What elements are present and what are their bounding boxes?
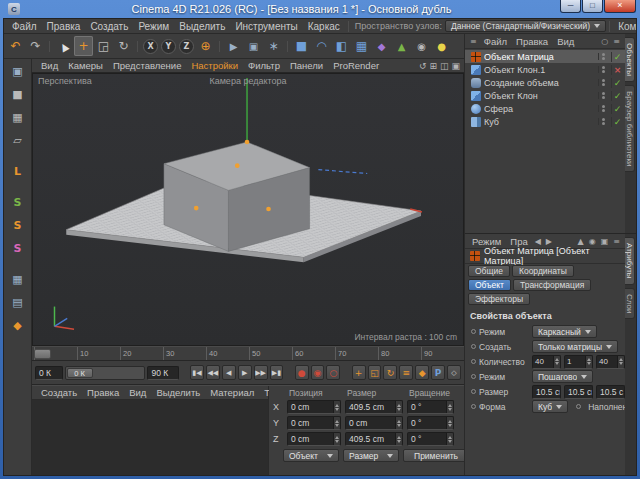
rot-h-field[interactable]: 0 °	[407, 400, 454, 414]
prev-key-button[interactable]: ◀◀	[206, 365, 220, 380]
pos-x-field[interactable]: 0 cm	[287, 400, 341, 414]
menu-edit[interactable]: Правка	[42, 19, 86, 33]
disabled-cross-icon[interactable]: ×	[611, 65, 623, 75]
z-axis-lock-button[interactable]: Z	[179, 39, 194, 54]
count-z-field[interactable]: 40	[596, 355, 625, 369]
enable-axis-icon[interactable]: L	[7, 161, 29, 182]
spinner[interactable]	[333, 401, 340, 413]
tab-attributes[interactable]: Атрибуты	[625, 237, 635, 285]
anim-toggle-icon[interactable]	[471, 374, 476, 379]
tab-coordinates[interactable]: Координаты	[512, 265, 574, 277]
enabled-check-icon[interactable]: ✓	[611, 104, 623, 114]
tab-content-browser[interactable]: Браузер библиотеки	[625, 85, 635, 172]
timeline-ruler[interactable]: 0 10 20 30 40 50 60 70 80 90	[32, 346, 464, 361]
maximize-button[interactable]: □	[582, 0, 603, 13]
coord-system-icon[interactable]: ⊕	[196, 36, 215, 56]
vp-menu-filter[interactable]: Фильтр	[243, 59, 285, 72]
goto-end-button[interactable]: ▶▮	[270, 365, 284, 380]
menu-create[interactable]: Создать	[85, 19, 133, 33]
layout-grid-icon[interactable]: ▤	[7, 292, 29, 313]
undo-icon[interactable]: ↶	[6, 36, 25, 56]
coord-mode-select[interactable]: Размер	[343, 449, 399, 462]
current-frame-field[interactable]: 0 К	[67, 368, 93, 378]
magnet-snap-icon[interactable]: S	[7, 238, 29, 259]
snap-enable-icon[interactable]: S	[7, 192, 29, 213]
panel-menu-icon[interactable]: ≡	[611, 237, 622, 246]
texture-mode-icon[interactable]: ▦	[7, 107, 29, 128]
spinner[interactable]	[333, 433, 340, 445]
mat-menu-view[interactable]: Вид	[124, 386, 151, 399]
object-row-sphere[interactable]: Сфера ✓	[465, 102, 625, 115]
pin-icon[interactable]: ◉	[587, 237, 598, 246]
search-icon[interactable]: ○	[599, 37, 610, 46]
view-undo-icon[interactable]: ↺	[419, 61, 427, 71]
mat-menu-create[interactable]: Создать	[36, 386, 82, 399]
om-menu-file[interactable]: Файл	[480, 34, 511, 48]
visibility-dots[interactable]	[598, 66, 608, 73]
camera-name-label[interactable]: Камера редактора	[33, 76, 463, 86]
render-view-icon[interactable]: ▶	[224, 36, 243, 56]
enabled-check-icon[interactable]: ✓	[611, 78, 623, 88]
history-back-icon[interactable]: ◀	[533, 237, 543, 246]
rot-b-field[interactable]: 0 °	[407, 432, 454, 446]
object-row-volume[interactable]: Создание объема ✓	[465, 76, 625, 89]
menu-select[interactable]: Выделить	[174, 19, 230, 33]
quad-view-icon[interactable]: ⊞	[429, 61, 437, 71]
object-row-matrix[interactable]: Объект Матрица ✓	[465, 50, 625, 63]
y-axis-lock-button[interactable]: Y	[161, 39, 176, 54]
autokey-button[interactable]: ◉	[311, 365, 325, 380]
vp-menu-prorender[interactable]: ProRender	[328, 59, 384, 72]
count-y-field[interactable]: 1	[564, 355, 593, 369]
close-button[interactable]: ×	[604, 0, 636, 13]
coord-target-select[interactable]: Объект	[283, 449, 339, 462]
anim-toggle-icon[interactable]	[576, 404, 581, 409]
tab-layers[interactable]: Слои	[625, 288, 635, 319]
move-tool-icon[interactable]: +	[74, 36, 93, 56]
panel-menu-icon[interactable]: ≡	[468, 37, 479, 46]
preview-range-slider[interactable]: 0 К	[65, 366, 146, 380]
vp-menu-display[interactable]: Представление	[108, 59, 187, 72]
menu-mesh[interactable]: Каркас	[303, 19, 345, 33]
size-z-field[interactable]: 409.5 cm	[345, 432, 403, 446]
viewport-canvas[interactable]: Перспектива Камера редактора Интервал ра…	[32, 73, 464, 346]
anim-toggle-icon[interactable]	[471, 389, 476, 394]
tab-basic[interactable]: Общие	[468, 265, 510, 277]
current-frame-marker[interactable]	[34, 349, 51, 359]
tab-effectors[interactable]: Эффекторы	[468, 293, 530, 305]
menu-mode[interactable]: Режим	[133, 19, 174, 33]
key-scale-button[interactable]: ◱	[368, 365, 382, 380]
key-rotation-button[interactable]: ↻	[383, 365, 397, 380]
select-tool-icon[interactable]: ▲	[50, 34, 76, 59]
spinner[interactable]	[333, 417, 340, 429]
enabled-check-icon[interactable]: ✓	[611, 91, 623, 101]
spinner[interactable]	[395, 417, 402, 429]
start-frame-field[interactable]: 0 К	[35, 366, 63, 380]
menu-tools[interactable]: Инструменты	[230, 19, 302, 33]
layout-menu[interactable]: Компоновка	[613, 21, 637, 32]
rotate-tool-icon[interactable]: ↻	[114, 36, 133, 56]
render-picture-viewer-icon[interactable]: ▣	[244, 36, 263, 56]
vp-menu-cameras[interactable]: Камеры	[63, 59, 108, 72]
rot-p-field[interactable]: 0 °	[407, 416, 454, 430]
visibility-dots[interactable]	[598, 53, 608, 60]
count-x-field[interactable]: 40	[532, 355, 561, 369]
workplane-mode-icon[interactable]: ▱	[7, 130, 29, 151]
pos-y-field[interactable]: 0 cm	[287, 416, 341, 430]
step-mode-select[interactable]: Пошагово	[532, 370, 593, 383]
spinner[interactable]	[446, 417, 453, 429]
size-x-field[interactable]: 10.5 cm	[532, 385, 561, 399]
lock-icon[interactable]: ▣	[599, 237, 611, 246]
size-x-field[interactable]: 409.5 cm	[345, 400, 403, 414]
visibility-dots[interactable]	[598, 79, 608, 86]
prev-frame-button[interactable]: ◀	[222, 365, 236, 380]
size-z-field[interactable]: 10.5 c	[596, 385, 625, 399]
keyframe-mode-button[interactable]: ◇	[447, 365, 461, 380]
key-parameter-button[interactable]: ≡	[399, 365, 413, 380]
key-position-button[interactable]: +	[352, 365, 366, 380]
node-space-select[interactable]: Данное (Стандартный/Физический)	[445, 20, 606, 32]
anim-toggle-icon[interactable]	[471, 344, 476, 349]
enabled-check-icon[interactable]: ✓	[611, 117, 623, 127]
spinner[interactable]	[395, 433, 402, 445]
param-mode-button[interactable]: P	[431, 365, 445, 380]
anim-toggle-icon[interactable]	[471, 359, 476, 364]
